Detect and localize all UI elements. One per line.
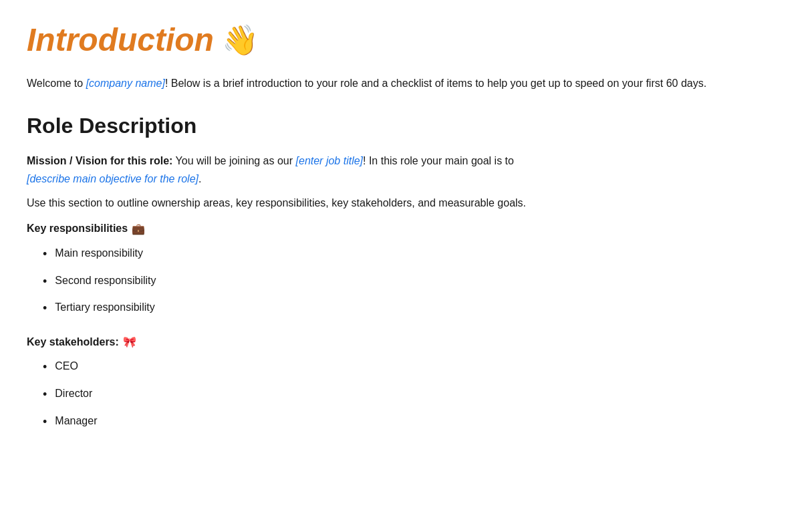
key-stakeholders-label: Key stakeholders: [27,336,119,348]
key-responsibilities-heading: Key responsibilities 💼 [27,223,775,235]
key-responsibilities-label: Key responsibilities [27,223,128,235]
key-stakeholders-heading: Key stakeholders: 🎀 [27,336,775,348]
list-item: Tertiary responsibility [27,295,775,322]
page-title-text: Introduction [27,21,214,58]
page-title: Introduction 👋 [27,21,775,58]
mission-text-before-link: You will be joining as our [172,155,295,166]
wave-emoji: 👋 [222,23,259,57]
use-section-text: Use this section to outline ownership ar… [27,194,775,212]
list-item: Director [27,381,775,408]
intro-paragraph: Welcome to [company name]! Below is a br… [27,74,775,92]
list-item: Second responsibility [27,268,775,295]
key-responsibilities-emoji: 💼 [132,223,145,235]
list-item: CEO [27,354,775,381]
job-title-link: [enter job title] [296,155,364,166]
list-item: Main responsibility [27,241,775,268]
stakeholders-list: CEODirectorManager [27,354,775,435]
intro-text-before-link: Welcome to [27,78,86,89]
mission-objective-end: . [198,173,201,184]
mission-label: Mission / Vision for this role: [27,155,172,166]
company-name-link: [company name] [86,78,165,89]
responsibilities-list: Main responsibilitySecond responsibility… [27,241,775,322]
mission-text-after-link: ! In this role your main goal is to [363,155,514,166]
role-description-heading: Role Description [27,114,775,138]
mission-paragraph: Mission / Vision for this role: You will… [27,152,775,188]
mission-objective-link: [describe main objective for the role] [27,173,198,184]
key-stakeholders-emoji: 🎀 [123,336,136,348]
list-item: Manager [27,408,775,436]
intro-text-after-link: ! Below is a brief introduction to your … [165,78,706,89]
